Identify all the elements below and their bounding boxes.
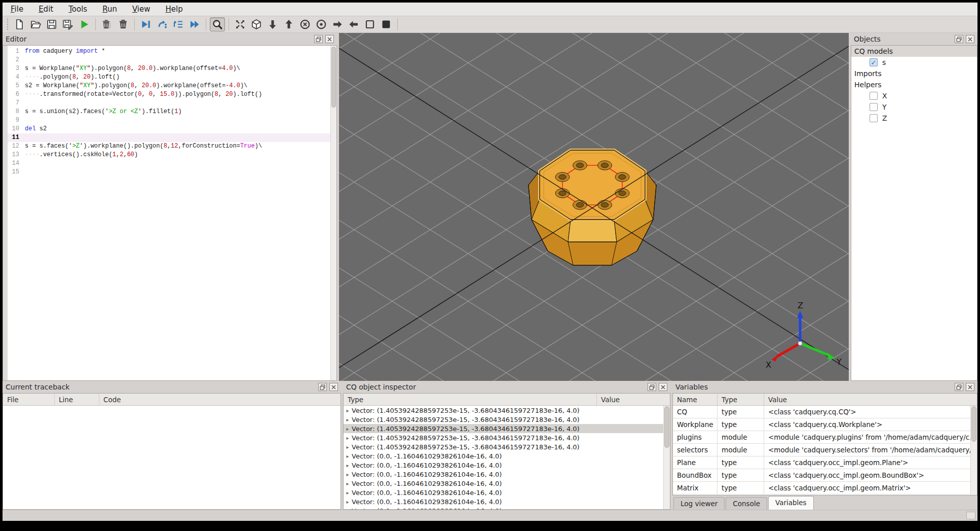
code-editor[interactable]: 1from cadquery import *23s = Workplane("… [3, 45, 337, 381]
expand-arrow-icon[interactable]: ▸ [344, 472, 352, 477]
variable-row[interactable]: Planetype<class 'cadquery.occ_impl.geom.… [673, 456, 970, 469]
code-line-7[interactable]: 7 [8, 99, 330, 108]
expand-arrow-icon[interactable]: ▸ [344, 463, 352, 468]
save-button[interactable] [44, 17, 59, 31]
menu-tools[interactable]: Tools [68, 5, 87, 14]
tree-group-imports[interactable]: Imports [851, 68, 977, 79]
menu-view[interactable]: View [132, 5, 150, 14]
iso-view-button[interactable] [249, 17, 264, 31]
variables-scrollbar[interactable] [970, 406, 977, 495]
code-line-15[interactable]: 15 [8, 168, 330, 176]
expand-arrow-icon[interactable]: ▸ [344, 481, 352, 486]
expand-arrow-icon[interactable]: ▸ [344, 417, 352, 422]
inspector-row[interactable]: ▸Vector: (1.4053924288597253e-15, -3.680… [344, 442, 663, 451]
inspector-row[interactable]: ▸Vector: (0.0, -1.1604610293826104e-16, … [344, 488, 663, 497]
inspector-row[interactable]: ▸Vector: (0.0, -1.1604610293826104e-16, … [344, 497, 663, 506]
close-icon[interactable] [329, 383, 338, 391]
tree-group-cq-models[interactable]: CQ models [851, 46, 977, 57]
variable-row[interactable]: selectorsmodule<module 'cadquery.selecto… [673, 444, 970, 456]
expand-arrow-icon[interactable]: ▸ [344, 408, 352, 413]
tree-item-s[interactable]: ✓s [851, 57, 977, 68]
3d-scene[interactable]: Z X Y [339, 33, 849, 381]
right-view-button[interactable] [346, 17, 361, 31]
left-view-button[interactable] [330, 17, 345, 31]
code-line-6[interactable]: 6····.transformed(rotate=Vector(0, 0, 15… [8, 90, 330, 99]
float-icon[interactable] [314, 35, 323, 43]
variable-row[interactable]: BoundBoxtype<class 'cadquery.occ_impl.ge… [673, 469, 970, 482]
save-as-button[interactable] [60, 17, 76, 31]
code-line-8[interactable]: 8s = s.union(s2).faces('>Z or <Z').fille… [8, 108, 330, 116]
float-icon[interactable] [318, 383, 327, 391]
wireframe-button[interactable] [362, 17, 378, 31]
delete-all-button[interactable] [116, 17, 131, 31]
checkbox-z[interactable] [870, 114, 878, 122]
shaded-button[interactable] [379, 17, 394, 31]
tree-item-y[interactable]: Y [851, 101, 977, 113]
resize-grip[interactable] [966, 512, 975, 519]
menu-edit[interactable]: Edit [39, 5, 53, 14]
run-button[interactable] [77, 17, 92, 31]
checkbox-y[interactable] [870, 103, 878, 111]
inspector-row[interactable]: ▸Vector: (0.0, -1.1604610293826104e-16, … [344, 479, 663, 488]
menu-help[interactable]: Help [166, 5, 183, 14]
variable-row[interactable]: Workplanetype<class 'cadquery.cq.Workpla… [673, 418, 970, 431]
close-icon[interactable] [966, 35, 974, 43]
column-header-name[interactable]: Name [673, 394, 718, 405]
open-button[interactable] [28, 17, 43, 31]
inspector-row[interactable]: ▸Vector: (0.0, -1.1604610293826104e-16, … [344, 451, 663, 461]
3d-viewport[interactable]: Z X Y [339, 33, 849, 381]
expand-arrow-icon[interactable]: ▸ [344, 426, 352, 432]
checkbox-s[interactable]: ✓ [870, 58, 878, 66]
toolbar-drag-handle[interactable] [6, 18, 10, 30]
code-line-10[interactable]: 10del s2 [8, 125, 330, 133]
inspector-row[interactable]: ▸Vector: (1.4053924288597253e-15, -3.680… [344, 424, 663, 433]
new-file-button[interactable] [12, 17, 27, 31]
expand-arrow-icon[interactable]: ▸ [344, 435, 352, 441]
code-line-12[interactable]: 12s = s.faces('>Z').workplane().polygon(… [8, 142, 330, 151]
column-header-line[interactable]: Line [55, 394, 99, 405]
code-line-3[interactable]: 3s = Workplane("XY").polygon(8, 20.0).wo… [8, 64, 330, 73]
checkbox-x[interactable] [870, 92, 878, 100]
top-view-button[interactable] [265, 17, 280, 31]
front-view-button[interactable] [297, 17, 313, 31]
tree-group-helpers[interactable]: Helpers [851, 79, 977, 90]
expand-arrow-icon[interactable]: ▸ [344, 453, 352, 459]
inspector-row[interactable]: ▸Vector: (1.4053924288597253e-15, -3.680… [344, 406, 663, 415]
tab-variables[interactable]: Variables [768, 496, 814, 510]
column-header-code[interactable]: Code [99, 394, 341, 405]
code-line-4[interactable]: 4····.polygon(8, 20).loft() [8, 73, 330, 82]
code-line-2[interactable]: 2 [8, 56, 330, 64]
column-header-type[interactable]: Type [718, 394, 764, 405]
expand-arrow-icon[interactable]: ▸ [344, 508, 352, 510]
column-header-value[interactable]: Value [597, 394, 670, 405]
tree-item-z[interactable]: Z [851, 113, 977, 124]
delete-button[interactable] [99, 17, 115, 31]
menu-run[interactable]: Run [102, 5, 117, 14]
menu-file[interactable]: File [11, 5, 23, 14]
back-view-button[interactable] [314, 17, 329, 31]
expand-arrow-icon[interactable]: ▸ [344, 444, 352, 450]
step-into-button[interactable] [171, 17, 186, 31]
column-header-file[interactable]: File [3, 394, 55, 405]
float-icon[interactable] [955, 35, 963, 43]
editor-scrollbar[interactable] [330, 46, 336, 380]
expand-arrow-icon[interactable]: ▸ [344, 490, 352, 495]
variable-row[interactable]: CQtype<class 'cadquery.cq.CQ'> [673, 406, 970, 418]
code-line-1[interactable]: 1from cadquery import * [8, 47, 330, 56]
code-line-11[interactable]: 11 [8, 133, 330, 142]
column-header-type[interactable]: Type [344, 394, 597, 405]
tab-log-viewer[interactable]: Log viewer [673, 497, 725, 510]
tree-item-x[interactable]: X [851, 90, 977, 101]
fit-all-button[interactable] [233, 17, 248, 31]
float-icon[interactable] [955, 383, 963, 391]
variable-row[interactable]: pluginsmodule<module 'cadquery.plugins' … [673, 431, 970, 444]
column-header-value[interactable]: Value [764, 394, 977, 405]
code-line-9[interactable]: 9 [8, 116, 330, 125]
inspector-row[interactable]: ▸Vector: (0.0, -1.1604610293826104e-16, … [344, 506, 663, 509]
code-area[interactable]: 1from cadquery import *23s = Workplane("… [8, 46, 330, 380]
bottom-view-button[interactable] [281, 17, 296, 31]
code-line-14[interactable]: 14 [8, 159, 330, 168]
inspector-row[interactable]: ▸Vector: (1.4053924288597253e-15, -3.680… [344, 433, 663, 442]
step-button[interactable] [155, 17, 170, 31]
tab-console[interactable]: Console [726, 497, 767, 510]
